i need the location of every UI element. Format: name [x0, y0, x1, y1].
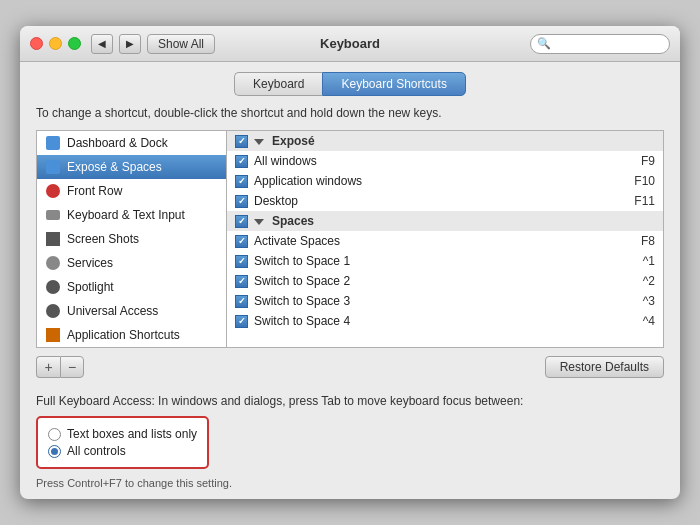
full-access-label: Full Keyboard Access: In windows and dia… [36, 394, 664, 408]
group-spaces-header: Spaces [227, 211, 663, 231]
keyboard-window: ◀ ▶ Show All Keyboard 🔍 Keyboard Keyboar… [20, 26, 680, 499]
sidebar-item-screen-shots[interactable]: Screen Shots [37, 227, 226, 251]
add-shortcut-button[interactable]: + [36, 356, 60, 378]
keyboard-icon [45, 207, 61, 223]
services-icon [45, 255, 61, 271]
all-windows-checkbox[interactable] [235, 155, 248, 168]
triangle-expose [254, 134, 266, 148]
desktop-checkbox[interactable] [235, 195, 248, 208]
app-windows-checkbox[interactable] [235, 175, 248, 188]
switch-space-4-label: Switch to Space 4 [254, 314, 350, 328]
radio-text-boxes-indicator [48, 428, 61, 441]
search-icon: 🔍 [537, 37, 551, 50]
forward-button[interactable]: ▶ [119, 34, 141, 54]
desktop-label: Desktop [254, 194, 298, 208]
main-panels: Dashboard & Dock Exposé & Spaces Front R… [36, 130, 664, 348]
activate-spaces-shortcut: F8 [641, 234, 655, 248]
right-item-activate-spaces: Activate Spaces F8 [227, 231, 663, 251]
switch-space-4-checkbox[interactable] [235, 315, 248, 328]
right-item-all-windows: All windows F9 [227, 151, 663, 171]
show-all-button[interactable]: Show All [147, 34, 215, 54]
nav-area: ◀ ▶ Show All [91, 34, 215, 54]
frontrow-icon [45, 183, 61, 199]
sidebar-item-services[interactable]: Services [37, 251, 226, 275]
titlebar: ◀ ▶ Show All Keyboard 🔍 [20, 26, 680, 62]
spotlight-icon [45, 279, 61, 295]
remove-shortcut-button[interactable]: − [60, 356, 84, 378]
sidebar-item-app-shortcuts[interactable]: Application Shortcuts [37, 323, 226, 347]
switch-space-1-label: Switch to Space 1 [254, 254, 350, 268]
left-panel: Dashboard & Dock Exposé & Spaces Front R… [37, 131, 227, 347]
sidebar-label-screen-shots: Screen Shots [67, 232, 139, 246]
tab-keyboard[interactable]: Keyboard [234, 72, 322, 96]
right-item-switch-space-4: Switch to Space 4 ^4 [227, 311, 663, 331]
switch-space-4-shortcut: ^4 [643, 314, 655, 328]
sidebar-label-universal-access: Universal Access [67, 304, 158, 318]
right-panel: Exposé All windows F9 Application window… [227, 131, 663, 331]
dashboard-icon [45, 135, 61, 151]
switch-space-2-label: Switch to Space 2 [254, 274, 350, 288]
maximize-button[interactable] [68, 37, 81, 50]
right-item-switch-space-3: Switch to Space 3 ^3 [227, 291, 663, 311]
switch-space-2-checkbox[interactable] [235, 275, 248, 288]
restore-defaults-button[interactable]: Restore Defaults [545, 356, 664, 378]
back-button[interactable]: ◀ [91, 34, 113, 54]
right-item-switch-space-1: Switch to Space 1 ^1 [227, 251, 663, 271]
sidebar-label-dashboard-dock: Dashboard & Dock [67, 136, 168, 150]
search-input[interactable] [530, 34, 670, 54]
tab-keyboard-shortcuts[interactable]: Keyboard Shortcuts [322, 72, 465, 96]
app-windows-label: Application windows [254, 174, 362, 188]
radio-text-boxes[interactable]: Text boxes and lists only [48, 427, 197, 441]
sidebar-item-front-row[interactable]: Front Row [37, 179, 226, 203]
search-box: 🔍 [530, 34, 670, 54]
spaces-group-label: Spaces [272, 214, 314, 228]
activate-spaces-checkbox[interactable] [235, 235, 248, 248]
add-remove-group: + − [36, 356, 84, 378]
sidebar-item-universal-access[interactable]: Universal Access [37, 299, 226, 323]
screenshot-icon [45, 231, 61, 247]
sidebar-label-services: Services [67, 256, 113, 270]
sidebar-label-front-row: Front Row [67, 184, 122, 198]
switch-space-3-label: Switch to Space 3 [254, 294, 350, 308]
radio-group: Text boxes and lists only All controls [36, 416, 209, 469]
full-keyboard-access-section: Full Keyboard Access: In windows and dia… [36, 394, 664, 489]
switch-space-1-shortcut: ^1 [643, 254, 655, 268]
radio-all-controls[interactable]: All controls [48, 444, 197, 458]
right-item-desktop: Desktop F11 [227, 191, 663, 211]
expose-group-checkbox[interactable] [235, 135, 248, 148]
close-button[interactable] [30, 37, 43, 50]
window-title: Keyboard [320, 36, 380, 51]
activate-spaces-label: Activate Spaces [254, 234, 340, 248]
switch-space-2-shortcut: ^2 [643, 274, 655, 288]
content-area: Keyboard Keyboard Shortcuts To change a … [20, 62, 680, 499]
desktop-shortcut: F11 [634, 194, 655, 208]
sidebar-item-expose-spaces[interactable]: Exposé & Spaces [37, 155, 226, 179]
spaces-group-checkbox[interactable] [235, 215, 248, 228]
app-windows-shortcut: F10 [634, 174, 655, 188]
sidebar-label-app-shortcuts: Application Shortcuts [67, 328, 180, 342]
universal-icon [45, 303, 61, 319]
minimize-button[interactable] [49, 37, 62, 50]
sidebar-item-dashboard-dock[interactable]: Dashboard & Dock [37, 131, 226, 155]
triangle-spaces [254, 214, 266, 228]
all-windows-shortcut: F9 [641, 154, 655, 168]
expose-group-label: Exposé [272, 134, 315, 148]
sidebar-label-keyboard-text: Keyboard & Text Input [67, 208, 185, 222]
appshortcuts-icon [45, 327, 61, 343]
switch-space-1-checkbox[interactable] [235, 255, 248, 268]
switch-space-3-shortcut: ^3 [643, 294, 655, 308]
bottom-bar: + − Restore Defaults [36, 348, 664, 386]
right-item-switch-space-2: Switch to Space 2 ^2 [227, 271, 663, 291]
radio-all-controls-label: All controls [67, 444, 126, 458]
group-expose-header: Exposé [227, 131, 663, 151]
sidebar-item-keyboard-text[interactable]: Keyboard & Text Input [37, 203, 226, 227]
switch-space-3-checkbox[interactable] [235, 295, 248, 308]
right-item-app-windows: Application windows F10 [227, 171, 663, 191]
sidebar-item-spotlight[interactable]: Spotlight [37, 275, 226, 299]
all-windows-label: All windows [254, 154, 317, 168]
traffic-lights [30, 37, 81, 50]
hint-text: Press Control+F7 to change this setting. [36, 477, 664, 489]
tabs: Keyboard Keyboard Shortcuts [36, 72, 664, 96]
expose-icon [45, 159, 61, 175]
radio-all-controls-indicator [48, 445, 61, 458]
